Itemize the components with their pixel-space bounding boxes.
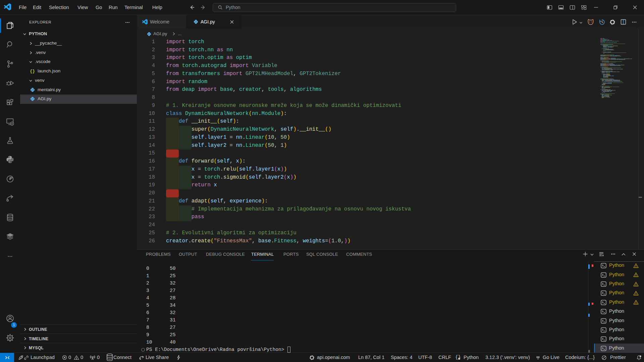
svg-text:{}: {} [30, 69, 35, 74]
